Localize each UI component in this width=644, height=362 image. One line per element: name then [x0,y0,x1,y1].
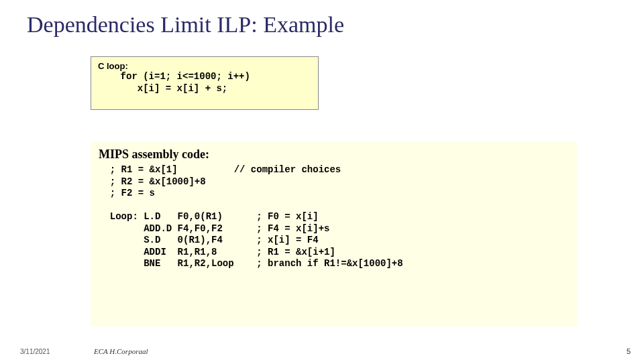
mips-box: MIPS assembly code: ; R1 = &x[1] // comp… [91,142,577,326]
footer-page-number: 5 [627,347,631,355]
c-loop-code: for (i=1; i<=1000; i++) x[i] = x[i] + s; [98,71,311,95]
mips-code: ; R1 = &x[1] // compiler choices ; R2 = … [99,164,569,270]
footer-date: 3/11/2021 [20,348,50,355]
c-loop-box: C loop: for (i=1; i<=1000; i++) x[i] = x… [91,56,319,110]
slide-title: Dependencies Limit ILP: Example [27,12,344,38]
c-loop-label: C loop: [98,61,311,71]
footer-author: ECA H.Corporaal [94,347,148,355]
mips-label: MIPS assembly code: [99,147,569,162]
